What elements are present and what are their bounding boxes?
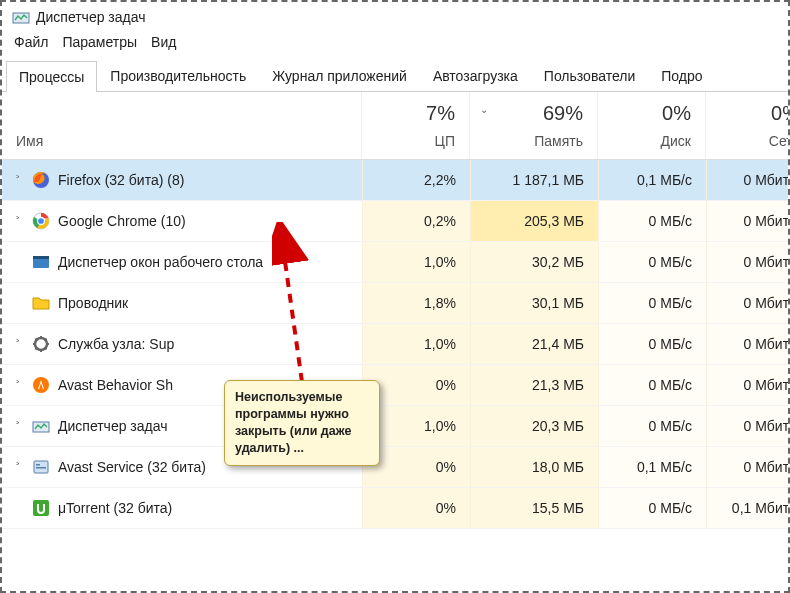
table-header: Имя 7% ЦП ⌄ 69% Память 0% Диск 0% Сеть	[2, 92, 788, 160]
column-header-disk[interactable]: 0% Диск	[598, 92, 706, 159]
column-header-memory[interactable]: ⌄ 69% Память	[470, 92, 598, 159]
table-row[interactable]: Диспетчер окон рабочего стола1,0%30,2 МБ…	[2, 242, 788, 283]
disk-usage-percent: 0%	[662, 102, 691, 125]
tabs: Процессы Производительность Журнал прило…	[2, 60, 788, 92]
explorer-icon	[32, 294, 50, 312]
disk-cell: 0 МБ/с	[598, 283, 706, 323]
svg-point-7	[33, 377, 49, 393]
memory-cell: 20,3 МБ	[470, 406, 598, 446]
network-cell: 0 Мбит/с	[706, 160, 790, 200]
column-header-name[interactable]: Имя	[2, 92, 362, 159]
column-header-network[interactable]: 0% Сеть	[706, 92, 790, 159]
process-name: Google Chrome (10)	[58, 213, 186, 229]
process-name: Диспетчер окон рабочего стола	[58, 254, 263, 270]
tab-processes[interactable]: Процессы	[6, 61, 97, 92]
expand-chevron-icon[interactable]: ˃	[12, 215, 24, 228]
svg-rect-5	[33, 256, 49, 259]
network-cell: 0 Мбит/с	[706, 447, 790, 487]
process-name-cell[interactable]: ˃Firefox (32 бита) (8)	[2, 160, 362, 200]
memory-cell: 1 187,1 МБ	[470, 160, 598, 200]
network-cell: 0 Мбит/с	[706, 365, 790, 405]
table-row[interactable]: ˃Avast Service (32 бита)0%18,0 МБ0,1 МБ/…	[2, 447, 788, 488]
disk-label: Диск	[661, 133, 691, 149]
network-cell: 0 Мбит/с	[706, 324, 790, 364]
task-manager-icon	[12, 8, 30, 26]
process-table: Имя 7% ЦП ⌄ 69% Память 0% Диск 0% Сеть ˃…	[2, 92, 788, 529]
titlebar: Диспетчер задач	[2, 2, 788, 30]
cpu-cell: 1,0%	[362, 242, 470, 282]
cpu-cell: 0%	[362, 488, 470, 528]
network-cell: 0 Мбит/с	[706, 406, 790, 446]
menu-view[interactable]: Вид	[151, 34, 176, 50]
firefox-icon	[32, 171, 50, 189]
network-cell: 0 Мбит/с	[706, 201, 790, 241]
process-name: Проводник	[58, 295, 128, 311]
expand-chevron-icon[interactable]: ˃	[12, 379, 24, 392]
process-name-cell[interactable]: Диспетчер окон рабочего стола	[2, 242, 362, 282]
window-title: Диспетчер задач	[36, 9, 146, 25]
disk-cell: 0 МБ/с	[598, 365, 706, 405]
memory-label: Память	[534, 133, 583, 149]
process-name: Avast Behavior Sh	[58, 377, 173, 393]
memory-cell: 205,3 МБ	[470, 201, 598, 241]
process-name: Служба узла: Sup	[58, 336, 174, 352]
table-row[interactable]: ˃Служба узла: Sup1,0%21,4 МБ0 МБ/с0 Мбит…	[2, 324, 788, 365]
disk-cell: 0 МБ/с	[598, 406, 706, 446]
table-row[interactable]: Проводник1,8%30,1 МБ0 МБ/с0 Мбит/с	[2, 283, 788, 324]
table-row[interactable]: μTorrent (32 бита)0%15,5 МБ0 МБ/с0,1 Мби…	[2, 488, 788, 529]
cpu-usage-percent: 7%	[426, 102, 455, 125]
svg-point-3	[38, 218, 45, 225]
menu-options[interactable]: Параметры	[62, 34, 137, 50]
expand-chevron-icon[interactable]: ˃	[12, 461, 24, 474]
svg-rect-11	[36, 467, 46, 469]
process-name-cell[interactable]: ˃Google Chrome (10)	[2, 201, 362, 241]
process-name-cell[interactable]: μTorrent (32 бита)	[2, 488, 362, 528]
cpu-cell: 2,2%	[362, 160, 470, 200]
tab-app-history[interactable]: Журнал приложений	[259, 60, 420, 91]
disk-cell: 0,1 МБ/с	[598, 160, 706, 200]
tab-performance[interactable]: Производительность	[97, 60, 259, 91]
menu-file[interactable]: Файл	[14, 34, 48, 50]
avast-icon	[32, 376, 50, 394]
table-row[interactable]: ˃Firefox (32 бита) (8)2,2%1 187,1 МБ0,1 …	[2, 160, 788, 201]
expand-chevron-icon[interactable]: ˃	[12, 420, 24, 433]
svc-icon	[32, 335, 50, 353]
expand-chevron-icon[interactable]: ˃	[12, 338, 24, 351]
disk-cell: 0,1 МБ/с	[598, 447, 706, 487]
table-row[interactable]: ˃Диспетчер задач1,0%20,3 МБ0 МБ/с0 Мбит/…	[2, 406, 788, 447]
memory-cell: 18,0 МБ	[470, 447, 598, 487]
dwm-icon	[32, 253, 50, 271]
cpu-label: ЦП	[435, 133, 455, 149]
process-name: Avast Service (32 бита)	[58, 459, 206, 475]
tab-details[interactable]: Подро	[648, 60, 715, 91]
network-cell: 0,1 Мбит/с	[706, 488, 790, 528]
memory-usage-percent: 69%	[543, 102, 583, 125]
cpu-cell: 1,0%	[362, 324, 470, 364]
avastsvc-icon	[32, 458, 50, 476]
chrome-icon	[32, 212, 50, 230]
memory-cell: 15,5 МБ	[470, 488, 598, 528]
network-label: Сеть	[769, 133, 790, 149]
process-name-cell[interactable]: Проводник	[2, 283, 362, 323]
cpu-cell: 1,8%	[362, 283, 470, 323]
network-cell: 0 Мбит/с	[706, 283, 790, 323]
menubar: Файл Параметры Вид	[2, 30, 788, 60]
table-row[interactable]: ˃Google Chrome (10)0,2%205,3 МБ0 МБ/с0 М…	[2, 201, 788, 242]
network-usage-percent: 0%	[771, 102, 790, 125]
disk-cell: 0 МБ/с	[598, 324, 706, 364]
expand-chevron-icon[interactable]: ˃	[12, 174, 24, 187]
tab-users[interactable]: Пользователи	[531, 60, 648, 91]
tab-startup[interactable]: Автозагрузка	[420, 60, 531, 91]
disk-cell: 0 МБ/с	[598, 242, 706, 282]
memory-cell: 30,2 МБ	[470, 242, 598, 282]
memory-cell: 21,3 МБ	[470, 365, 598, 405]
disk-cell: 0 МБ/с	[598, 488, 706, 528]
column-header-cpu[interactable]: 7% ЦП	[362, 92, 470, 159]
process-name-cell[interactable]: ˃Служба узла: Sup	[2, 324, 362, 364]
utorrent-icon	[32, 499, 50, 517]
network-cell: 0 Мбит/с	[706, 242, 790, 282]
svg-rect-10	[36, 464, 40, 466]
table-row[interactable]: ˃Avast Behavior Sh0%21,3 МБ0 МБ/с0 Мбит/…	[2, 365, 788, 406]
memory-cell: 30,1 МБ	[470, 283, 598, 323]
sort-indicator-icon: ⌄	[480, 104, 488, 115]
